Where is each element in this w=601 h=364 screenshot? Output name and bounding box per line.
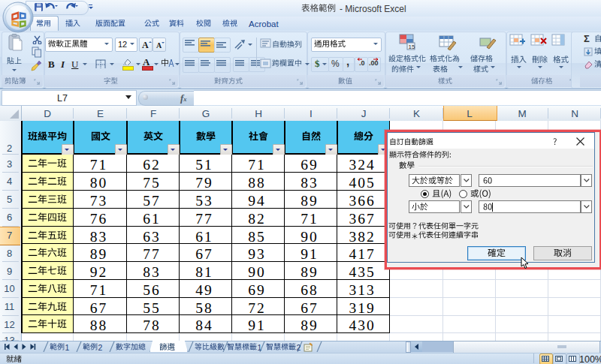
svg-text:15: 15	[409, 44, 415, 50]
